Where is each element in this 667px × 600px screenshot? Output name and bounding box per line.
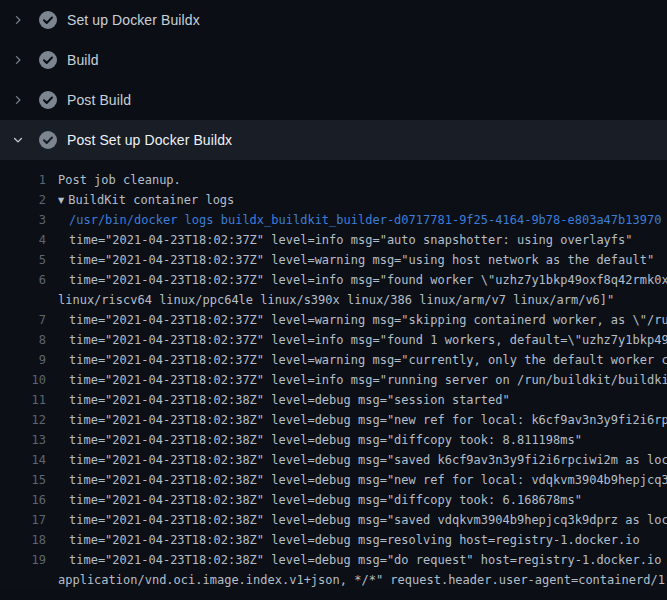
line-number bbox=[0, 290, 46, 310]
log-text: time="2021-04-23T18:02:37Z" level=warnin… bbox=[58, 310, 667, 330]
chevron-right-icon bbox=[10, 12, 26, 28]
check-circle-icon bbox=[38, 10, 58, 30]
log-line: 17time="2021-04-23T18:02:38Z" level=debu… bbox=[0, 510, 667, 530]
log-group-toggle[interactable]: ▼BuildKit container logs bbox=[58, 190, 234, 210]
chevron-right-icon bbox=[10, 52, 26, 68]
log-text: time="2021-04-23T18:02:38Z" level=debug … bbox=[58, 550, 667, 570]
log-lines: 1Post job cleanup.2▼BuildKit container l… bbox=[0, 160, 667, 590]
step-build[interactable]: Build bbox=[0, 40, 667, 80]
step-title: Post Set up Docker Buildx bbox=[67, 132, 232, 148]
line-number[interactable]: 19 bbox=[0, 550, 46, 570]
log-line: 9time="2021-04-23T18:02:37Z" level=warni… bbox=[0, 350, 667, 370]
log-line: 14time="2021-04-23T18:02:38Z" level=debu… bbox=[0, 450, 667, 470]
line-number[interactable]: 2 bbox=[0, 190, 46, 210]
step-title: Build bbox=[67, 52, 99, 68]
log-text: time="2021-04-23T18:02:37Z" level=warnin… bbox=[58, 250, 654, 270]
step-list: Set up Docker Buildx Build Post Build bbox=[0, 0, 667, 160]
step-title: Set up Docker Buildx bbox=[67, 12, 200, 28]
line-number[interactable]: 7 bbox=[0, 310, 46, 330]
log-line: 13time="2021-04-23T18:02:38Z" level=debu… bbox=[0, 430, 667, 450]
line-number[interactable]: 16 bbox=[0, 490, 46, 510]
line-number bbox=[0, 570, 46, 590]
log-text: linux/riscv64 linux/ppc64le linux/s390x … bbox=[58, 290, 614, 310]
line-number[interactable]: 17 bbox=[0, 510, 46, 530]
log-line: 2▼BuildKit container logs bbox=[0, 190, 667, 210]
log-line: 12time="2021-04-23T18:02:38Z" level=debu… bbox=[0, 410, 667, 430]
log-line: 5time="2021-04-23T18:02:37Z" level=warni… bbox=[0, 250, 667, 270]
line-number[interactable]: 4 bbox=[0, 230, 46, 250]
check-circle-icon bbox=[38, 90, 58, 110]
log-line: 18time="2021-04-23T18:02:38Z" level=debu… bbox=[0, 530, 667, 550]
step-post-set-up-docker-buildx[interactable]: Post Set up Docker Buildx bbox=[0, 120, 667, 160]
log-line: 8time="2021-04-23T18:02:37Z" level=info … bbox=[0, 330, 667, 350]
log-line: 19time="2021-04-23T18:02:38Z" level=debu… bbox=[0, 550, 667, 570]
step-set-up-docker-buildx[interactable]: Set up Docker Buildx bbox=[0, 0, 667, 40]
chevron-down-icon bbox=[10, 132, 26, 148]
line-number[interactable]: 9 bbox=[0, 350, 46, 370]
log-text: time="2021-04-23T18:02:38Z" level=debug … bbox=[58, 450, 667, 470]
command-text: /usr/bin/docker logs buildx_buildkit_bui… bbox=[58, 210, 661, 230]
log-text: time="2021-04-23T18:02:38Z" level=debug … bbox=[58, 410, 667, 430]
log-text: time="2021-04-23T18:02:37Z" level=info m… bbox=[58, 230, 633, 250]
line-number[interactable]: 14 bbox=[0, 450, 46, 470]
log-text: time="2021-04-23T18:02:38Z" level=debug … bbox=[58, 530, 640, 550]
check-circle-icon bbox=[38, 50, 58, 70]
chevron-right-icon bbox=[10, 92, 26, 108]
log-text: time="2021-04-23T18:02:38Z" level=debug … bbox=[58, 390, 510, 410]
log-text: time="2021-04-23T18:02:38Z" level=debug … bbox=[58, 430, 582, 450]
line-number[interactable]: 5 bbox=[0, 250, 46, 270]
line-number[interactable]: 8 bbox=[0, 330, 46, 350]
group-expanded-triangle-icon: ▼ bbox=[58, 191, 64, 211]
log-text: time="2021-04-23T18:02:37Z" level=info m… bbox=[58, 270, 667, 290]
log-text: time="2021-04-23T18:02:38Z" level=debug … bbox=[58, 510, 667, 530]
actions-log-viewer: Set up Docker Buildx Build Post Build bbox=[0, 0, 667, 600]
log-line: 6time="2021-04-23T18:02:37Z" level=info … bbox=[0, 270, 667, 290]
log-text: time="2021-04-23T18:02:37Z" level=warnin… bbox=[58, 350, 667, 370]
check-circle-icon bbox=[38, 130, 58, 150]
log-line: 11time="2021-04-23T18:02:38Z" level=debu… bbox=[0, 390, 667, 410]
log-line: 1Post job cleanup. bbox=[0, 170, 667, 190]
line-number[interactable]: 3 bbox=[0, 210, 46, 230]
line-number[interactable]: 6 bbox=[0, 270, 46, 290]
log-line: 16time="2021-04-23T18:02:38Z" level=debu… bbox=[0, 490, 667, 510]
log-text: application/vnd.oci.image.index.v1+json,… bbox=[58, 570, 667, 590]
step-post-build[interactable]: Post Build bbox=[0, 80, 667, 120]
line-number[interactable]: 13 bbox=[0, 430, 46, 450]
log-text: Post job cleanup. bbox=[58, 170, 181, 190]
log-text: time="2021-04-23T18:02:37Z" level=info m… bbox=[58, 330, 667, 350]
log-line: 10time="2021-04-23T18:02:37Z" level=info… bbox=[0, 370, 667, 390]
log-line: application/vnd.oci.image.index.v1+json,… bbox=[0, 570, 667, 590]
line-number[interactable]: 10 bbox=[0, 370, 46, 390]
line-number[interactable]: 11 bbox=[0, 390, 46, 410]
log-line: 7time="2021-04-23T18:02:37Z" level=warni… bbox=[0, 310, 667, 330]
line-number[interactable]: 18 bbox=[0, 530, 46, 550]
log-text: time="2021-04-23T18:02:38Z" level=debug … bbox=[58, 490, 582, 510]
line-number[interactable]: 15 bbox=[0, 470, 46, 490]
log-line: 3/usr/bin/docker logs buildx_buildkit_bu… bbox=[0, 210, 667, 230]
log-line: 15time="2021-04-23T18:02:38Z" level=debu… bbox=[0, 470, 667, 490]
step-title: Post Build bbox=[67, 92, 131, 108]
line-number[interactable]: 12 bbox=[0, 410, 46, 430]
log-line: linux/riscv64 linux/ppc64le linux/s390x … bbox=[0, 290, 667, 310]
log-line: 4time="2021-04-23T18:02:37Z" level=info … bbox=[0, 230, 667, 250]
log-text: time="2021-04-23T18:02:38Z" level=debug … bbox=[58, 470, 667, 490]
line-number[interactable]: 1 bbox=[0, 170, 46, 190]
log-text: time="2021-04-23T18:02:37Z" level=info m… bbox=[58, 370, 667, 390]
